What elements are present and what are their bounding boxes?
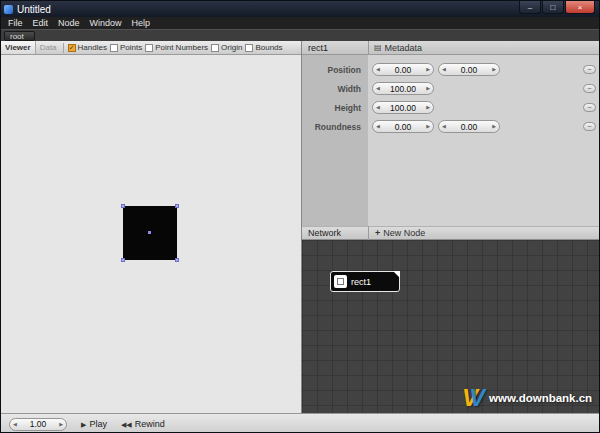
corner-handle-bottom-right[interactable] <box>175 258 179 262</box>
network-header: Network + New Node <box>302 226 600 240</box>
play-button[interactable]: ▶ Play <box>81 419 107 429</box>
path-bar: root <box>1 29 599 41</box>
param-row-height: Height ◀ 100.00 ▶ ~ <box>302 98 600 117</box>
watermark-logo-icon: V <box>469 384 485 412</box>
bounds-checkbox[interactable]: ✓ <box>245 44 253 52</box>
minimize-button[interactable]: – <box>519 1 541 14</box>
toggle-origin[interactable]: ✓ Origin <box>211 43 242 52</box>
selected-node-name: rect1 <box>302 43 368 53</box>
node-rect1[interactable]: rect1 <box>330 271 400 292</box>
play-label: Play <box>89 419 107 429</box>
param-row-roundness: Roundness ◀ 0.00 ▶ ◀ 0.00 ▶ ~ <box>302 117 600 136</box>
increment-icon[interactable]: ▶ <box>426 86 430 91</box>
window-title: Untitled <box>17 4 519 15</box>
expression-toggle[interactable]: ~ <box>583 103 596 112</box>
menu-node[interactable]: Node <box>53 18 85 28</box>
window-controls: – □ × <box>519 1 599 17</box>
rendered-rectangle <box>123 206 177 260</box>
expression-toggle[interactable]: ~ <box>583 65 596 74</box>
param-row-width: Width ◀ 100.00 ▶ ~ <box>302 79 600 98</box>
param-label: Width <box>302 84 368 94</box>
toolbar-divider <box>63 43 64 53</box>
watermark: V V www.downbank.cn <box>462 384 592 412</box>
menu-bar: File Edit Node Window Help <box>1 17 599 29</box>
parameter-panel: Position ◀ 0.00 ▶ ◀ 0.00 ▶ ~ Width ◀ 100… <box>302 55 600 226</box>
height-value[interactable]: 100.00 <box>380 103 426 113</box>
roundness-y-value[interactable]: 0.00 <box>446 122 492 132</box>
menu-window[interactable]: Window <box>85 18 127 28</box>
toggle-points[interactable]: ✓ Points <box>110 43 142 52</box>
menu-file[interactable]: File <box>3 18 28 28</box>
toggle-bounds[interactable]: ✓ Bounds <box>245 43 282 52</box>
increment-icon[interactable]: ▶ <box>426 67 430 72</box>
increment-icon[interactable]: ▶ <box>492 124 496 129</box>
param-label: Height <box>302 103 368 113</box>
viewer-toolbar: Viewer Data ✓ Handles ✓ Points ✓ Point N… <box>1 41 301 55</box>
frame-stepper[interactable]: ◀ 1.00 ▶ <box>9 418 67 431</box>
new-node-label: New Node <box>383 228 425 238</box>
toggle-origin-label: Origin <box>221 43 242 52</box>
breadcrumb-root[interactable]: root <box>4 31 35 41</box>
tab-viewer[interactable]: Viewer <box>1 41 36 54</box>
center-handle[interactable] <box>148 231 151 234</box>
network-title: Network <box>302 228 368 238</box>
corner-handle-top-left[interactable] <box>121 204 125 208</box>
metadata-button[interactable]: ▤ Metadata <box>369 43 422 53</box>
increment-icon[interactable]: ▶ <box>426 124 430 129</box>
point-numbers-checkbox[interactable]: ✓ <box>145 44 153 52</box>
frame-increment-icon[interactable]: ▶ <box>59 422 63 427</box>
param-row-position: Position ◀ 0.00 ▶ ◀ 0.00 ▶ ~ <box>302 60 600 79</box>
watermark-text: www.downbank.cn <box>489 392 592 404</box>
node-label: rect1 <box>351 277 371 287</box>
network-canvas[interactable]: rect1 V V www.downbank.cn <box>302 240 600 413</box>
app-icon <box>4 5 13 14</box>
height-field[interactable]: ◀ 100.00 ▶ <box>372 101 434 114</box>
corner-handle-bottom-left[interactable] <box>121 258 125 262</box>
width-field[interactable]: ◀ 100.00 ▶ <box>372 82 434 95</box>
toggle-bounds-label: Bounds <box>255 43 282 52</box>
app-window: Untitled – □ × File Edit Node Window Hel… <box>0 0 600 433</box>
position-x-value[interactable]: 0.00 <box>380 65 426 75</box>
width-value[interactable]: 100.00 <box>380 84 426 94</box>
expression-toggle[interactable]: ~ <box>583 122 596 131</box>
points-checkbox[interactable]: ✓ <box>110 44 118 52</box>
maximize-button[interactable]: □ <box>542 1 564 14</box>
new-node-button[interactable]: + New Node <box>369 228 425 238</box>
menu-edit[interactable]: Edit <box>28 18 54 28</box>
frame-value[interactable]: 1.00 <box>17 419 59 429</box>
toggle-handles[interactable]: ✓ Handles <box>68 43 107 52</box>
position-y-field[interactable]: ◀ 0.00 ▶ <box>438 63 500 76</box>
rewind-icon: ◀◀ <box>121 421 132 428</box>
parameter-header: rect1 ▤ Metadata <box>302 41 600 55</box>
param-label: Position <box>302 65 368 75</box>
menu-help[interactable]: Help <box>127 18 156 28</box>
tab-data[interactable]: Data <box>36 41 61 54</box>
origin-checkbox[interactable]: ✓ <box>211 44 219 52</box>
param-label: Roundness <box>302 122 368 132</box>
metadata-label: Metadata <box>385 43 423 53</box>
rect-node-icon <box>334 275 347 288</box>
rewind-label: Rewind <box>135 419 165 429</box>
position-x-field[interactable]: ◀ 0.00 ▶ <box>372 63 434 76</box>
roundness-x-field[interactable]: ◀ 0.00 ▶ <box>372 120 434 133</box>
transport-bar: ◀ 1.00 ▶ ▶ Play ◀◀ Rewind <box>1 413 600 433</box>
toggle-handles-label: Handles <box>78 43 107 52</box>
handles-checkbox[interactable]: ✓ <box>68 44 76 52</box>
rendered-node-flag <box>393 271 400 278</box>
viewer-canvas[interactable] <box>1 55 301 413</box>
toggle-point-numbers-label: Point Numbers <box>155 43 208 52</box>
check-icon: ✓ <box>69 44 75 51</box>
increment-icon[interactable]: ▶ <box>492 67 496 72</box>
roundness-y-field[interactable]: ◀ 0.00 ▶ <box>438 120 500 133</box>
expression-toggle[interactable]: ~ <box>583 84 596 93</box>
position-y-value[interactable]: 0.00 <box>446 65 492 75</box>
corner-handle-top-right[interactable] <box>175 204 179 208</box>
roundness-x-value[interactable]: 0.00 <box>380 122 426 132</box>
close-button[interactable]: × <box>565 1 595 14</box>
play-icon: ▶ <box>81 421 86 428</box>
metadata-icon: ▤ <box>374 43 382 52</box>
toggle-point-numbers[interactable]: ✓ Point Numbers <box>145 43 208 52</box>
toggle-points-label: Points <box>120 43 142 52</box>
rewind-button[interactable]: ◀◀ Rewind <box>121 419 165 429</box>
increment-icon[interactable]: ▶ <box>426 105 430 110</box>
